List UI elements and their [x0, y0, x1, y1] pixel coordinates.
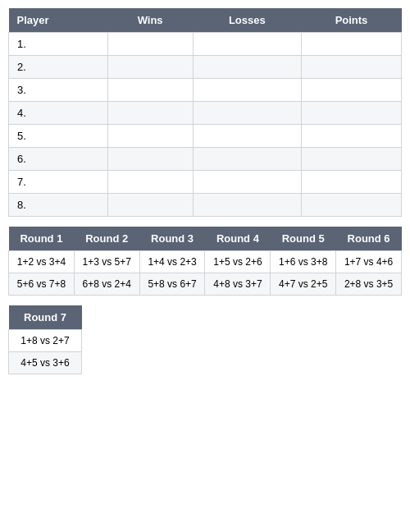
player-wins [107, 56, 193, 79]
rounds-table: Round 1Round 2Round 3Round 4Round 5Round… [8, 227, 402, 296]
player-losses [193, 194, 301, 217]
round-header: Round 3 [139, 227, 205, 251]
player-points [301, 171, 401, 194]
player-row: 8. [9, 194, 402, 217]
player-num: 3. [9, 79, 108, 102]
player-losses [193, 79, 301, 102]
wins-col-header: Wins [107, 8, 193, 33]
points-col-header: Points [301, 8, 401, 33]
round7-cell: 1+8 vs 2+7 [9, 330, 82, 352]
player-row: 2. [9, 56, 402, 79]
player-wins [107, 194, 193, 217]
player-row: 5. [9, 125, 402, 148]
player-row: 1. [9, 33, 402, 56]
player-row: 4. [9, 102, 402, 125]
player-num: 1. [9, 33, 108, 56]
rounds-cell: 1+6 vs 3+8 [271, 251, 336, 273]
rounds-row: 5+6 vs 7+86+8 vs 2+45+8 vs 6+74+8 vs 3+7… [9, 273, 402, 296]
player-row: 3. [9, 79, 402, 102]
rounds-cell: 4+7 vs 2+5 [271, 273, 336, 296]
round7-row: 1+8 vs 2+7 [9, 330, 82, 352]
round7-table: Round 7 1+8 vs 2+74+5 vs 3+6 [8, 305, 82, 374]
player-row: 7. [9, 171, 402, 194]
rounds-row: 1+2 vs 3+41+3 vs 5+71+4 vs 2+31+5 vs 2+6… [9, 251, 402, 273]
round7-header: Round 7 [9, 305, 82, 330]
player-points [301, 102, 401, 125]
player-points [301, 194, 401, 217]
player-num: 5. [9, 125, 108, 148]
player-losses [193, 102, 301, 125]
rounds-cell: 1+4 vs 2+3 [139, 251, 205, 273]
player-num: 7. [9, 171, 108, 194]
player-losses [193, 125, 301, 148]
rounds-cell: 6+8 vs 2+4 [74, 273, 139, 296]
player-col-header: Player [9, 8, 108, 33]
round-header: Round 2 [74, 227, 139, 251]
round-header: Round 1 [9, 227, 75, 251]
player-num: 4. [9, 102, 108, 125]
round-header: Round 6 [336, 227, 402, 251]
player-row: 6. [9, 148, 402, 171]
player-table: Player Wins Losses Points 1.2.3.4.5.6.7.… [8, 8, 402, 217]
losses-col-header: Losses [193, 8, 301, 33]
player-wins [107, 33, 193, 56]
round-header: Round 4 [205, 227, 271, 251]
player-num: 6. [9, 148, 108, 171]
round-header: Round 5 [271, 227, 336, 251]
rounds-cell: 1+3 vs 5+7 [74, 251, 139, 273]
player-num: 2. [9, 56, 108, 79]
player-losses [193, 171, 301, 194]
rounds-cell: 5+6 vs 7+8 [9, 273, 75, 296]
player-losses [193, 33, 301, 56]
player-losses [193, 148, 301, 171]
rounds-cell: 5+8 vs 6+7 [139, 273, 205, 296]
player-points [301, 125, 401, 148]
rounds-cell: 1+2 vs 3+4 [9, 251, 75, 273]
player-num: 8. [9, 194, 108, 217]
player-wins [107, 102, 193, 125]
player-points [301, 33, 401, 56]
rounds-cell: 1+7 vs 4+6 [336, 251, 402, 273]
player-wins [107, 148, 193, 171]
player-points [301, 79, 401, 102]
rounds-cell: 4+8 vs 3+7 [205, 273, 271, 296]
rounds-cell: 2+8 vs 3+5 [336, 273, 402, 296]
player-wins [107, 125, 193, 148]
player-wins [107, 79, 193, 102]
player-wins [107, 171, 193, 194]
player-points [301, 148, 401, 171]
round7-section: Round 7 1+8 vs 2+74+5 vs 3+6 [8, 305, 82, 374]
player-losses [193, 56, 301, 79]
round7-cell: 4+5 vs 3+6 [9, 352, 82, 374]
round7-row: 4+5 vs 3+6 [9, 352, 82, 374]
rounds-cell: 1+5 vs 2+6 [205, 251, 271, 273]
player-points [301, 56, 401, 79]
